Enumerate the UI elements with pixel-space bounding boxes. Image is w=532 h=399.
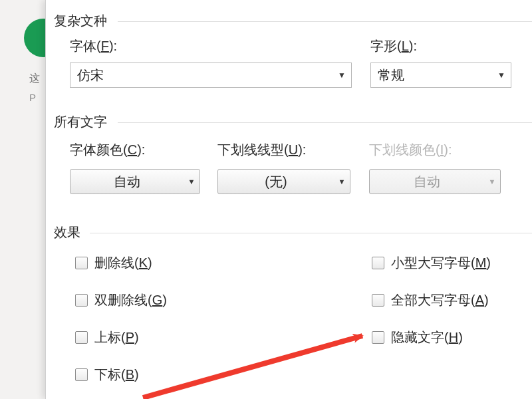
chevron-down-icon: ▼ — [484, 178, 500, 186]
subscript-label: 下标(B) — [94, 366, 139, 384]
strikethrough-label: 删除线(K) — [94, 254, 152, 272]
font-combo[interactable]: 仿宋 ▼ — [70, 63, 352, 88]
chevron-down-icon: ▼ — [184, 178, 200, 186]
strikethrough-checkbox[interactable]: 删除线(K) — [75, 254, 152, 272]
underline-color-value: 自动 — [370, 173, 484, 191]
all-caps-label: 全部大写字母(A) — [391, 291, 489, 309]
small-caps-checkbox[interactable]: 小型大写字母(M) — [372, 254, 491, 272]
checkbox-icon — [75, 294, 88, 307]
checkbox-icon — [75, 331, 88, 344]
superscript-checkbox[interactable]: 上标(P) — [75, 329, 139, 346]
background-text-2: P — [29, 92, 36, 103]
background-panel — [0, 0, 45, 399]
font-label: 字体(F): — [70, 37, 117, 55]
style-combo-value: 常规 — [371, 66, 492, 84]
section-effects: 效果 — [54, 223, 80, 241]
divider — [118, 122, 532, 123]
double-strikethrough-checkbox[interactable]: 双删除线(G) — [75, 291, 167, 309]
checkbox-icon — [75, 257, 88, 269]
superscript-label: 上标(P) — [94, 329, 139, 346]
font-color-value: 自动 — [70, 173, 184, 191]
font-dialog: 复杂文种 字体(F): 字形(L): 仿宋 ▼ 常规 ▼ 所有文字 字体颜色(C… — [45, 0, 532, 399]
hidden-text-label: 隐藏文字(H) — [391, 329, 463, 346]
divider — [90, 233, 532, 233]
subscript-checkbox[interactable]: 下标(B) — [75, 366, 139, 384]
chevron-down-icon: ▼ — [332, 70, 351, 80]
double-strikethrough-label: 双删除线(G) — [94, 291, 167, 309]
underline-style-combo[interactable]: (无) ▼ — [217, 169, 350, 194]
section-complex-scripts: 复杂文种 — [54, 12, 107, 30]
checkbox-icon — [372, 331, 384, 344]
background-text-1: 这 — [29, 72, 40, 86]
font-combo-value: 仿宋 — [70, 66, 332, 84]
chevron-down-icon: ▼ — [334, 178, 350, 186]
checkbox-icon — [372, 294, 384, 307]
hidden-text-checkbox[interactable]: 隐藏文字(H) — [372, 329, 463, 346]
underline-color-label: 下划线颜色(I): — [369, 141, 452, 159]
checkbox-icon — [372, 257, 384, 269]
divider — [118, 21, 532, 22]
checkbox-icon — [75, 368, 88, 381]
font-color-combo[interactable]: 自动 ▼ — [70, 169, 200, 194]
section-all-text: 所有文字 — [54, 113, 107, 131]
underline-style-label: 下划线线型(U): — [217, 141, 306, 159]
style-label: 字形(L): — [370, 37, 417, 55]
chevron-down-icon: ▼ — [492, 70, 511, 80]
underline-style-value: (无) — [218, 173, 334, 191]
all-caps-checkbox[interactable]: 全部大写字母(A) — [372, 291, 489, 309]
underline-color-combo: 自动 ▼ — [369, 169, 501, 194]
font-color-label: 字体颜色(C): — [70, 141, 145, 159]
small-caps-label: 小型大写字母(M) — [391, 254, 491, 272]
style-combo[interactable]: 常规 ▼ — [370, 63, 511, 88]
